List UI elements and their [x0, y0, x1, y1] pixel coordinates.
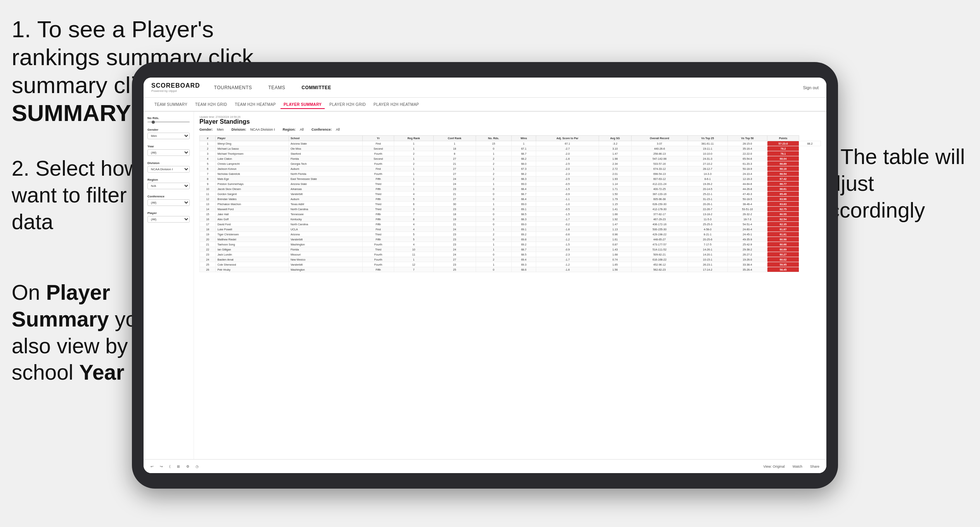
data-cell: -1.7 [536, 257, 599, 262]
col-rank: # [200, 136, 216, 141]
year-select[interactable]: (All) [147, 149, 190, 156]
data-cell: 6 [200, 166, 216, 171]
table-row: 7Nicholas GabrelcikNorth FloridaFourth12… [200, 171, 821, 176]
sub-nav-team-h2h-grid[interactable]: TEAM H2H GRID [192, 101, 230, 108]
data-cell: 35-16-4 [727, 146, 767, 151]
data-cell: -1.5 [536, 212, 599, 217]
data-cell: 4 [394, 227, 433, 232]
gender-label: Gender [147, 128, 190, 131]
data-cell: Second [363, 156, 394, 161]
main-content: No Rds. Gender Men Year (All) [144, 112, 826, 459]
nav-committee[interactable]: COMMITTEE [299, 83, 334, 92]
data-cell: 0 [476, 207, 511, 212]
data-cell: Third [363, 192, 394, 197]
sidebar-conference: Conference (All) [147, 195, 190, 206]
app-logo: SCOREBOARD [151, 82, 200, 89]
data-cell: 68.4 [511, 197, 536, 202]
toolbar-redo[interactable]: ↪ [158, 464, 164, 469]
no-rds-slider[interactable] [147, 121, 190, 123]
toolbar-clock[interactable]: ◷ [194, 464, 200, 469]
data-cell: 66.61 [767, 187, 799, 192]
data-cell: 1.47 [599, 222, 631, 227]
player-select[interactable]: (All) [147, 216, 190, 223]
sign-out-link[interactable]: Sign out [803, 85, 819, 90]
data-cell: 2.01 [599, 171, 631, 176]
data-cell: -2.0 [536, 166, 599, 171]
data-cell: 1.41 [599, 207, 631, 212]
data-cell: Third [363, 207, 394, 212]
nav-tournaments[interactable]: TOURNAMENTS [212, 83, 255, 92]
division-select[interactable]: NCAA Division I [147, 166, 190, 173]
data-cell: 18 [433, 146, 476, 151]
school-name-cell: Georgia Tech [289, 161, 362, 166]
table-row: 2Michael La SassoOle MissSecond118067.1-… [200, 146, 821, 151]
toolbar-copy[interactable]: ⊞ [175, 464, 182, 469]
sidebar-region: Region N/A [147, 178, 190, 189]
data-cell: -1.2 [536, 237, 599, 242]
toolbar-undo[interactable]: ↩ [149, 464, 155, 469]
division-label: Division [147, 161, 190, 165]
data-cell: 62.54 [767, 217, 799, 222]
data-cell: 25-22-1 [688, 192, 728, 197]
sub-nav-player-h2h-heatmap[interactable]: PLAYER H2H HEATMAP [371, 101, 422, 108]
data-cell: 1 [394, 171, 433, 176]
toolbar-share[interactable]: Share [809, 464, 821, 469]
nav-teams[interactable]: TEAMS [266, 83, 288, 92]
region-select[interactable]: N/A [147, 183, 190, 189]
data-cell: -1.1 [536, 197, 599, 202]
school-name-cell: Missouri [289, 252, 362, 257]
data-cell: 26 [200, 267, 216, 272]
data-cell: 7 [200, 171, 216, 176]
data-cell: 69.0 [511, 181, 536, 187]
col-reg-rank: Reg Rank [394, 136, 433, 141]
data-cell: 1.98 [599, 156, 631, 161]
school-name-cell: UCLA [289, 227, 362, 232]
data-cell: 698-54-13 [631, 171, 687, 176]
no-rds-thumb[interactable] [152, 121, 155, 124]
data-cell: 50-18-9 [727, 166, 767, 171]
table-header-info: Update time: 27/03/2024 16:56:26 Player … [199, 116, 821, 125]
data-cell: 4 [394, 192, 433, 197]
data-cell: 0 [476, 267, 511, 272]
data-cell: Fifth [363, 237, 394, 242]
table-area: Update time: 27/03/2024 16:56:26 Player … [194, 112, 826, 459]
data-cell: 26-32-2 [727, 212, 767, 217]
tablet-device: SCOREBOARD Powered by clippd TOURNAMENTS… [132, 62, 838, 489]
toolbar-view-original[interactable]: View: Original [762, 464, 786, 469]
toolbar-settings[interactable]: ⚙ [185, 464, 191, 469]
sub-nav-player-summary[interactable]: PLAYER SUMMARY [280, 101, 325, 109]
data-cell: 2 [476, 161, 511, 166]
region-label: Region [147, 178, 190, 181]
data-cell: 3 [200, 151, 216, 156]
sub-nav-player-h2h-grid[interactable]: PLAYER H2H GRID [326, 101, 369, 108]
data-cell: 3.10 [599, 146, 631, 151]
data-cell: 4-58-0 [688, 227, 728, 232]
data-cell: 1.14 [599, 181, 631, 187]
toolbar-back[interactable]: ⟨ [168, 464, 172, 469]
data-cell: 67.42 [767, 176, 799, 181]
data-cell: 8-6-1 [688, 176, 728, 181]
data-cell: 440-26-6 [631, 146, 687, 151]
data-cell: 68.6 [511, 267, 536, 272]
data-cell: 1.79 [599, 197, 631, 202]
data-cell: 0.87 [599, 242, 631, 247]
data-cell: 412-178-30 [631, 207, 687, 212]
table-row: 21Taehoon SongWashingtonFourth423169.2-1… [200, 242, 821, 247]
player-standings-table: # Player School Yr Reg Rank Conf Rank No… [199, 135, 821, 272]
table-row: 10Jacob Skov OlesenArkansasFifth123068.4… [200, 187, 821, 192]
data-cell: Fourth [363, 257, 394, 262]
data-cell: 1 [476, 166, 511, 171]
sub-nav-team-h2h-heatmap[interactable]: TEAM H2H HEATMAP [232, 101, 279, 108]
gender-select[interactable]: Men [147, 133, 190, 139]
main-nav: TOURNAMENTS TEAMS COMMITTEE [212, 83, 803, 92]
player-name-cell: Jacob Skov Olesen [216, 187, 289, 192]
school-name-cell: Washington [289, 267, 362, 272]
data-cell: 2 [394, 151, 433, 156]
data-cell: 533-57-16 [631, 161, 687, 166]
data-cell: 69.2 [511, 242, 536, 247]
sub-nav-team-summary[interactable]: TEAM SUMMARY [151, 101, 190, 108]
toolbar-watch[interactable]: Watch [791, 464, 804, 469]
conference-select[interactable]: (All) [147, 199, 190, 206]
data-cell: 514-111-52 [631, 247, 687, 252]
data-cell: 1 [476, 181, 511, 187]
